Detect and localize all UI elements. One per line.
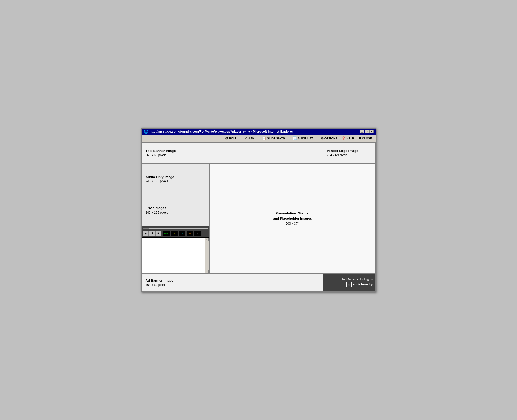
scroll-up-arrow[interactable]: ▲	[205, 238, 209, 241]
left-panel: Audio Only Image 240 x 180 pixels Error …	[142, 164, 210, 273]
sonic-foundry-logo: ◇ sonicfoundry	[346, 282, 373, 287]
slide-show-label: SLIDE SHOW	[267, 137, 285, 140]
scroll-down-arrow[interactable]: ▼	[205, 270, 209, 273]
presentation-label2: and Placeholder Images	[273, 217, 312, 220]
stats-block-4: VOL	[186, 231, 194, 236]
presentation-area: Presentation, Status, and Placeholder Im…	[273, 211, 312, 225]
title-bar-left: 🌐 http://msstage.sonicfoundry.com/ForMon…	[144, 130, 293, 134]
vendor-logo-size: 224 x 69 pixels	[327, 153, 372, 157]
options-button[interactable]: ⊙ OPTIONS	[319, 136, 339, 141]
help-icon: ❓	[341, 136, 346, 140]
browser-icon: 🌐	[144, 130, 148, 134]
pause-button[interactable]: ⏸	[149, 231, 155, 236]
presentation-label: Presentation, Status,	[276, 211, 309, 215]
slide-show-icon: 📋	[262, 136, 266, 140]
scrollbar[interactable]: ▲ ▼	[205, 238, 209, 273]
main-row: Audio Only Image 240 x 180 pixels Error …	[142, 164, 375, 273]
footer-right: Rich Media Technology by ◇ sonicfoundry	[323, 274, 375, 291]
error-section: Error Images 240 x 195 pixels	[142, 195, 209, 226]
help-button[interactable]: ❓ HELP	[340, 136, 356, 141]
title-banner-size: 560 x 69 pixels	[146, 153, 319, 157]
stats-block-5: ⊟	[194, 231, 201, 236]
sf-logo-icon: ◇	[346, 282, 352, 287]
ad-size: 468 x 60 pixels	[146, 283, 319, 287]
slide-list-button[interactable]: 📃 SLIDE LIST	[291, 136, 315, 141]
separator-3	[289, 136, 289, 141]
scrollable-area[interactable]: ▲ ▼	[142, 238, 209, 273]
close-window-button[interactable]: ✕	[369, 130, 374, 133]
slide-show-button[interactable]: 📋 SLIDE SHOW	[260, 136, 287, 141]
ad-label: Ad Banner Image	[146, 278, 319, 283]
ask-button[interactable]: ⚠ ASK	[243, 136, 256, 141]
controls-row: ▶ ⏸ ⏹ STATS ⊞ ⊙ VOL ⊟	[143, 231, 208, 236]
minimize-button[interactable]: _	[360, 130, 364, 133]
stats-block-2: ⊞	[171, 231, 178, 236]
close-button[interactable]: ✖ CLOSE	[357, 136, 374, 141]
bottom-row: Ad Banner Image 468 x 60 pixels Rich Med…	[142, 273, 375, 291]
slide-list-label: SLIDE LIST	[298, 137, 313, 140]
window-title: http://msstage.sonicfoundry.com/ForMonte…	[150, 130, 293, 133]
separator-4	[317, 136, 317, 141]
player-controls: ▶ ⏸ ⏹ STATS ⊞ ⊙ VOL ⊟	[142, 226, 209, 238]
title-bar: 🌐 http://msstage.sonicfoundry.com/ForMon…	[142, 129, 376, 135]
poll-button[interactable]: ⚙ POLL	[224, 136, 238, 141]
ask-icon: ⚠	[245, 136, 248, 140]
browser-window: 🌐 http://msstage.sonicfoundry.com/ForMon…	[141, 128, 376, 292]
help-label: HELP	[346, 137, 354, 140]
close-icon: ✖	[358, 136, 361, 140]
slide-list-icon: 📃	[293, 136, 297, 140]
vendor-logo: Vendor Logo Image 224 x 69 pixels	[323, 143, 375, 163]
toolbar: ⚙ POLL ⚠ ASK 📋 SLIDE SHOW 📃 SLIDE LIST ⊙…	[142, 135, 376, 142]
progress-bar[interactable]	[143, 228, 208, 229]
title-banner-label: Title Banner Image	[146, 149, 319, 153]
title-bar-buttons: _ □ ✕	[360, 130, 374, 133]
options-label: OPTIONS	[324, 137, 338, 140]
separator-1	[241, 136, 241, 141]
separator-2	[258, 136, 258, 141]
stats-block-3: ⊙	[178, 231, 186, 236]
audio-label: Audio Only Image	[146, 175, 206, 179]
ask-label: ASK	[248, 137, 254, 140]
poll-icon: ⚙	[225, 136, 228, 140]
content-area: Title Banner Image 560 x 69 pixels Vendo…	[142, 142, 376, 292]
stats-block-1: STATS	[163, 231, 170, 236]
audio-section: Audio Only Image 240 x 180 pixels	[142, 164, 209, 195]
right-panel: Presentation, Status, and Placeholder Im…	[210, 164, 375, 273]
options-icon: ⊙	[321, 136, 324, 140]
presentation-size: 500 x 374	[286, 222, 299, 225]
progress-fill	[143, 228, 150, 229]
sonic-foundry-name: sonicfoundry	[353, 283, 373, 286]
error-size: 240 x 195 pixels	[146, 211, 206, 214]
stop-button[interactable]: ⏹	[155, 231, 161, 236]
error-label: Error Images	[146, 206, 206, 211]
scroll-track	[205, 241, 209, 270]
play-button[interactable]: ▶	[143, 231, 149, 236]
title-banner: Title Banner Image 560 x 69 pixels	[142, 143, 323, 163]
banner-row: Title Banner Image 560 x 69 pixels Vendo…	[142, 143, 375, 164]
vendor-logo-label: Vendor Logo Image	[327, 149, 372, 153]
audio-size: 240 x 180 pixels	[146, 179, 206, 183]
maximize-button[interactable]: □	[365, 130, 369, 133]
ad-banner: Ad Banner Image 468 x 60 pixels	[142, 274, 323, 291]
close-label: CLOSE	[362, 137, 372, 140]
poll-label: POLL	[229, 137, 237, 140]
stats-panel: STATS ⊞ ⊙ VOL ⊟	[163, 231, 201, 236]
rich-media-text: Rich Media Technology by	[342, 278, 373, 281]
